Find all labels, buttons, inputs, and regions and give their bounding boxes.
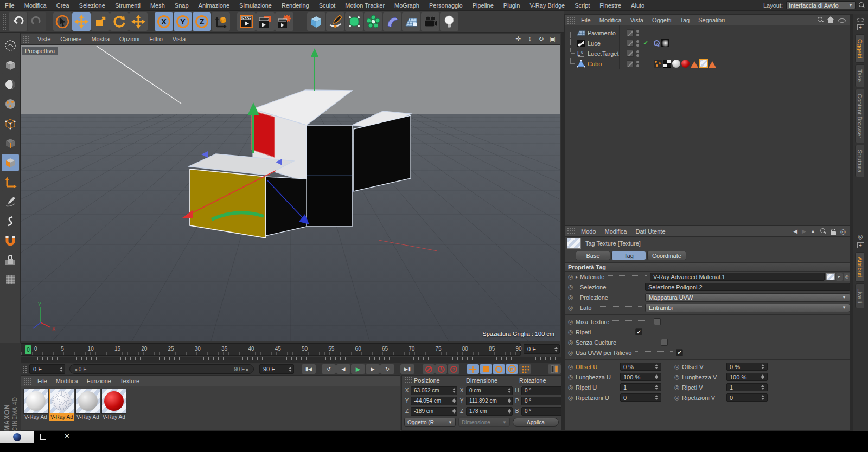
uv-stepper[interactable]: [655, 385, 658, 390]
menubar-item[interactable]: Mesh: [145, 1, 170, 10]
timeline-options-button[interactable]: [548, 364, 561, 374]
animation-dot-icon[interactable]: ◎: [568, 294, 576, 301]
t-tri-icon[interactable]: [709, 61, 716, 68]
material-item[interactable]: V-Ray Ad: [23, 389, 48, 421]
tab-coordinate[interactable]: Coordinate: [647, 251, 686, 260]
end-frame-spinner[interactable]: 90 F: [259, 364, 294, 374]
material-thumbnail-icon[interactable]: [826, 273, 835, 280]
animation-dot-icon[interactable]: ◎: [568, 318, 576, 325]
t-texsel-icon[interactable]: [699, 60, 707, 68]
object-name[interactable]: Luce: [588, 40, 624, 47]
animation-dot-icon[interactable]: ◎: [568, 373, 576, 380]
menubar-item[interactable]: Motion Tracker: [340, 1, 390, 10]
z-axis-lock-button[interactable]: Z: [193, 12, 211, 31]
view-name-label[interactable]: Prospettiva: [22, 47, 58, 55]
material-swatch-red[interactable]: [101, 389, 126, 414]
tab-base[interactable]: Base: [576, 251, 610, 260]
autokey-button[interactable]: [435, 364, 447, 374]
panel-tab-content-browser[interactable]: Content Browser: [855, 89, 864, 143]
menubar-item[interactable]: File: [0, 1, 20, 10]
material-expand-icon[interactable]: ▸: [836, 273, 843, 281]
window-restore-icon[interactable]: [40, 434, 46, 440]
animation-dot-icon[interactable]: ◎: [568, 363, 576, 370]
home-icon[interactable]: [827, 16, 834, 23]
taskbar-app-button[interactable]: [0, 431, 34, 443]
coordinate-stepper[interactable]: [508, 409, 511, 414]
bend-deformer-button[interactable]: [383, 12, 401, 31]
previous-frame-button[interactable]: ◀: [336, 364, 350, 374]
menubar-item[interactable]: Crea: [52, 1, 74, 10]
menubar-item[interactable]: Script: [570, 1, 595, 10]
animation-dot-icon[interactable]: ◎: [568, 339, 576, 346]
coordinate-system-button[interactable]: [212, 12, 230, 31]
coordinate-input[interactable]: 111.892 cm: [466, 397, 513, 405]
object-row[interactable]: L0Luce.Target: [565, 48, 850, 59]
material-menu-item[interactable]: Texture: [116, 377, 144, 385]
cube-yellow-face[interactable]: [190, 169, 266, 238]
redo-button[interactable]: [28, 12, 46, 31]
power-slider-ticks[interactable]: [21, 357, 561, 363]
enabled-check-icon[interactable]: ✔: [642, 40, 649, 47]
attribute-menu-item[interactable]: Modifica: [601, 227, 631, 236]
coordinate-stepper[interactable]: [508, 388, 511, 393]
menubar-item[interactable]: Finestre: [595, 1, 626, 10]
uv-input[interactable]: 100 %: [726, 373, 768, 381]
play-loop-button[interactable]: ↻: [380, 364, 394, 374]
viewport-canvas[interactable]: Y X: [21, 45, 560, 341]
checkbox-checked[interactable]: ✔: [676, 349, 683, 356]
viewport-menu-item[interactable]: Viste: [33, 35, 55, 43]
panel-divider-vertical[interactable]: [561, 33, 564, 431]
animation-dot-icon[interactable]: ◎: [568, 394, 576, 401]
key-rotation-toggle[interactable]: [493, 364, 505, 374]
spline-smooth-button[interactable]: [2, 212, 19, 230]
panel-tab-take[interactable]: Take: [855, 64, 864, 87]
animation-dot-icon[interactable]: ◎: [568, 328, 576, 335]
edges-mode-button[interactable]: [2, 134, 19, 152]
menubar-item[interactable]: Personaggio: [424, 1, 468, 10]
transport-grip[interactable]: [23, 365, 27, 373]
coordinate-input[interactable]: -44.054 cm: [411, 397, 457, 405]
expand-arrow-icon[interactable]: ▸: [576, 274, 580, 280]
object-name[interactable]: Luce.Target: [588, 50, 624, 57]
preview-range-slider[interactable]: ◂ 0 F 90 F ▸: [69, 364, 254, 374]
t-lightprev-icon[interactable]: [661, 39, 669, 47]
transport-frame-spinner[interactable]: 0 F: [29, 364, 65, 374]
attribute-menu-item[interactable]: Dati Utente: [631, 227, 670, 236]
coordinate-input[interactable]: 0 °: [521, 397, 566, 405]
animation-dot-icon[interactable]: ◎: [674, 363, 682, 370]
frame-stepper[interactable]: [554, 347, 558, 352]
menubar-item[interactable]: Strumenti: [110, 1, 145, 10]
material-swatch-gray[interactable]: [75, 389, 100, 414]
material-menu-item[interactable]: Modifica: [52, 377, 82, 385]
menubar-item[interactable]: Simulazione: [234, 1, 277, 10]
workplane-mode-button[interactable]: [2, 95, 19, 113]
render-settings-button[interactable]: [275, 12, 293, 31]
t-tri-icon[interactable]: [691, 61, 698, 68]
viewport-menu-item[interactable]: Camere: [55, 35, 86, 43]
uv-stepper[interactable]: [761, 364, 764, 369]
coordinate-input[interactable]: 63.052 cm: [411, 386, 457, 395]
object-name[interactable]: Pavimento: [588, 30, 624, 36]
pick-cursor-icon[interactable]: ▲: [810, 228, 816, 234]
coordinate-input[interactable]: 0 cm: [466, 386, 513, 395]
filter-oval-icon[interactable]: [838, 18, 846, 23]
subdivision-surface-button[interactable]: [345, 12, 363, 31]
object-manager-menu-item[interactable]: Tag: [675, 16, 694, 24]
tab-tag[interactable]: Tag: [611, 251, 646, 260]
material-item[interactable]: V-Ray Ad: [49, 389, 74, 421]
live-selection-button[interactable]: [53, 12, 72, 31]
apply-button[interactable]: Applica: [513, 418, 559, 427]
object-manager-menu-item[interactable]: File: [577, 16, 595, 24]
checkbox-unchecked[interactable]: [654, 318, 661, 325]
t-polysel-icon[interactable]: [663, 60, 671, 68]
move-tool-button[interactable]: [72, 12, 91, 31]
key-position-toggle[interactable]: [467, 364, 479, 374]
goto-start-button[interactable]: ▮◀: [302, 364, 316, 374]
layer-toggle[interactable]: [627, 40, 634, 47]
object-mode-dropdown[interactable]: Oggetto (R▼: [404, 418, 456, 427]
floor-environment-button[interactable]: [402, 12, 420, 31]
viewport-menu-item[interactable]: Mostra: [86, 35, 114, 43]
checkbox-unchecked[interactable]: [661, 339, 668, 346]
uv-stepper[interactable]: [761, 395, 764, 400]
lato-dropdown[interactable]: Entrambi▼: [645, 304, 850, 312]
